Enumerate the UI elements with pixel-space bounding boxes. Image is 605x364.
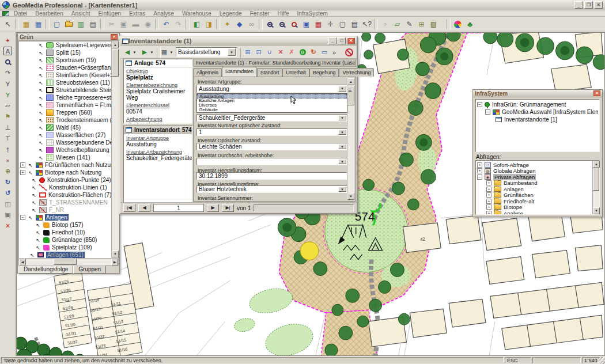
move-element-icon[interactable]: ↷ — [2, 67, 13, 78]
expand-icon[interactable]: + — [20, 170, 25, 175]
query-folder[interactable]: +Analyse — [477, 210, 591, 215]
scroll-thumb[interactable] — [54, 259, 77, 265]
undo-icon[interactable]: ↶ — [160, 18, 172, 31]
legend-item[interactable]: ↖Wald (45) — [19, 124, 118, 131]
flag-tool-icon[interactable]: ⚑ — [2, 111, 13, 122]
menu-extras[interactable]: Extras — [126, 10, 149, 17]
scroll-down-icon[interactable]: ▼ — [347, 193, 354, 200]
artbezeichnung-combobox[interactable]: Schaukeltier_Federgeräte ▼ — [196, 114, 347, 122]
resize-grip[interactable] — [598, 357, 605, 364]
combo-dropdown-icon[interactable]: ▼ — [228, 48, 236, 56]
artgruppe-combobox[interactable]: Ausstattung ▼ — [196, 85, 347, 93]
legend-item[interactable]: ↖Wassergebundene Decken (25 — [19, 139, 118, 146]
combo-dropdown-icon[interactable]: ▼ — [338, 130, 346, 135]
expand-icon[interactable]: + — [486, 199, 491, 204]
tree-item-auswahl[interactable]: − GeoMedia Auswahl [InfraSystem Elemente… — [477, 108, 598, 116]
scroll-thumb[interactable] — [593, 168, 599, 191]
field-label-link[interactable]: Artbezeichnung — [124, 115, 192, 122]
query-item[interactable]: +◔Sofort-Abfrage — [477, 162, 591, 168]
menu-ansicht[interactable]: Ansicht — [68, 10, 94, 17]
field-label-link[interactable]: Elementebezeichnung — [124, 81, 192, 88]
legend-item[interactable]: ↖Steinflächen (Kiesel+Schotter) — [19, 71, 118, 79]
tab-unterhalt[interactable]: Unterhalt — [282, 68, 309, 77]
legend-item[interactable]: ↖Wiesen (141) — [19, 154, 118, 161]
open-geoworkspace-icon[interactable] — [63, 18, 75, 31]
query-item-selected[interactable]: −◈Private Abfragen — [477, 174, 591, 180]
tree-item-infragruen[interactable]: − InfraGrün: Grünmanagement — [477, 101, 598, 108]
tab-stammdaten[interactable]: Stammdaten — [222, 67, 257, 77]
menu-infrasystem[interactable]: InfraSystem — [294, 10, 331, 17]
insert-image-icon[interactable]: ▨ — [428, 18, 440, 31]
legend-item[interactable]: ↖NF_NR — [19, 206, 118, 214]
view-layout-icon[interactable]: ▦ — [160, 47, 169, 57]
combo-dropdown-icon[interactable]: ▼ — [338, 187, 346, 192]
copy-icon[interactable]: ▣ — [118, 18, 130, 31]
collapse-icon[interactable]: − — [20, 215, 25, 220]
combo-dropdown-icon[interactable]: ▼ — [338, 159, 346, 164]
nav-back-icon[interactable]: ◀ — [123, 47, 132, 57]
restore-button[interactable]: ❐ — [584, 1, 593, 9]
menu-analyse[interactable]: Analyse — [150, 10, 177, 17]
add-record-icon[interactable]: ⊞ — [243, 47, 253, 57]
legend-item-selected[interactable]: ↖Anlagen (651) — [19, 251, 118, 258]
copy-parallel-icon[interactable]: ◫ — [2, 199, 13, 210]
update-record-icon[interactable]: ∪ — [264, 47, 275, 57]
stack-icon[interactable]: ▣ — [2, 210, 13, 221]
expand-icon[interactable]: + — [20, 162, 25, 168]
infrasystem-close-icon[interactable]: × — [593, 90, 600, 96]
herstellungsfirma-combobox[interactable]: Blaser Holztechnik ▼ — [196, 185, 347, 193]
tab-allgemein[interactable]: Allgemein — [193, 68, 222, 77]
scroll-thumb[interactable] — [112, 49, 119, 77]
pan-icon[interactable]: ✛ — [324, 18, 336, 31]
menu-warehouse[interactable]: Warehouse — [179, 10, 215, 17]
field-label-link[interactable]: Objekttyp — [124, 67, 192, 74]
nummer-zustand-combobox[interactable]: 1 ▼ — [196, 128, 347, 136]
duplicate-record-icon[interactable]: ⊡ — [254, 47, 264, 57]
data-window-icon[interactable]: ▤ — [349, 18, 361, 31]
area-tool-icon[interactable]: ▱ — [2, 100, 13, 111]
add-warehouse-icon[interactable]: ▥ — [75, 18, 87, 31]
legend-item[interactable]: ↖Wechselbepflanzung (225) — [19, 146, 118, 154]
record-number-input[interactable]: 1 — [153, 204, 204, 212]
new-map-window-icon[interactable]: ▫ — [379, 18, 391, 31]
tab-darstellungsfolge[interactable]: Darstellungsfolge — [18, 266, 73, 274]
legend-group[interactable]: +↖FGrünflächen nach Nutzung — [19, 161, 118, 169]
optischer-zustand-combobox[interactable]: Leichte Schäden ▼ — [196, 143, 347, 150]
select-info-icon[interactable]: ↖? — [361, 18, 373, 31]
dropdown-option[interactable]: Diverses — [197, 103, 347, 108]
field-label-link[interactable]: Elementeschlüssel — [124, 101, 192, 108]
legend-item[interactable]: ↖Spielrasen+Liegewiese (746) — [19, 41, 118, 49]
intersection-icon[interactable]: × — [2, 155, 13, 166]
minimize-button[interactable]: _ — [574, 1, 583, 9]
legend-subitem[interactable]: ↖Spielplatz (109) — [19, 244, 118, 251]
legend-group-selected[interactable]: −↖Anlagen — [19, 214, 118, 221]
merge-line-icon[interactable]: Y — [2, 89, 13, 100]
dialog-close-icon[interactable]: ✕ — [347, 37, 355, 44]
first-record-icon[interactable]: |◀ — [123, 204, 135, 212]
menu-fenster[interactable]: Fenster — [247, 10, 273, 17]
legend-subitem[interactable]: ↖Biotop (157) — [19, 221, 118, 229]
legend-display-icon[interactable]: ▦ — [32, 18, 44, 31]
insert-text-icon[interactable]: ✎ — [403, 18, 415, 31]
expand-icon[interactable]: + — [477, 168, 482, 173]
new-geoworkspace-icon[interactable]: ▢ — [51, 18, 63, 31]
field-label-link[interactable]: Inventar.Artbezeichnung — [124, 148, 192, 155]
print-icon[interactable]: ▤ — [87, 18, 99, 31]
zoom-out-icon[interactable]: − — [276, 18, 288, 31]
scroll-down-icon[interactable]: ▼ — [593, 207, 600, 214]
zoom-area-icon[interactable] — [2, 56, 13, 67]
expand-icon[interactable]: + — [486, 211, 491, 215]
expand-icon[interactable]: + — [477, 162, 482, 168]
split-line-icon[interactable]: Y — [2, 78, 13, 89]
legend-item[interactable]: ↖Sportrasen (19) — [19, 56, 118, 64]
legend-item[interactable]: ↖Konstruktion-Punkte (24) — [19, 176, 118, 184]
infrasystem-title-bar[interactable]: InfraSystem × — [473, 90, 602, 97]
arbeitshoehe-combobox[interactable]: ▼ — [196, 158, 347, 165]
style-combobox[interactable]: Basisdarstellung ▼ — [176, 47, 237, 57]
tab-standort[interactable]: Standort — [257, 68, 282, 77]
dialog-title-bar[interactable]: Inventarstandorte (1) _ □ ✕ — [120, 37, 357, 46]
offset-point-icon[interactable]: † — [2, 144, 13, 155]
infragruen-tree-icon[interactable]: ♣ — [464, 18, 476, 31]
insert-feature-icon[interactable]: ▱ — [391, 18, 403, 31]
paste-icon[interactable]: ▬ — [130, 18, 142, 31]
